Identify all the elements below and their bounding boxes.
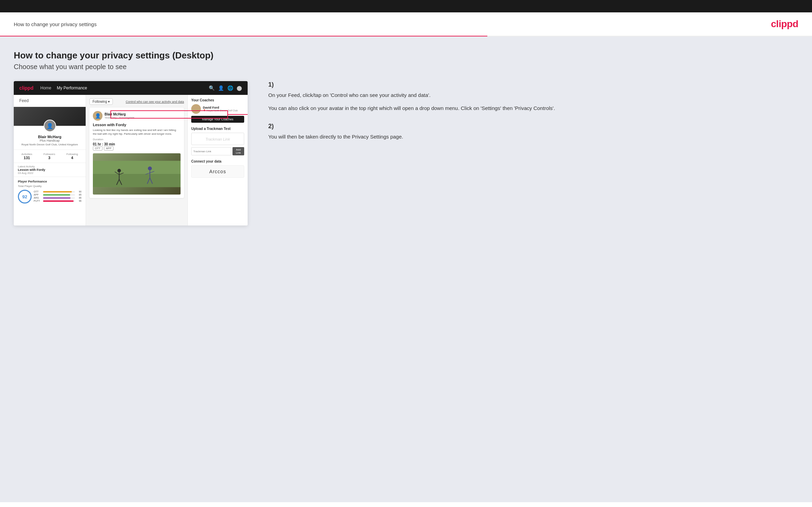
step2-number: 2) [268,123,798,130]
coaches-title: Your Coaches [191,98,244,102]
profile-info: Blair McHarg Plus Handicap Royal North D… [14,133,86,150]
activity-tags: OTT APP [93,146,181,151]
nav-my-performance[interactable]: My Performance [57,86,87,90]
profile-banner: 👤 [14,107,86,126]
trackman-link-box: Trackman Link [191,133,244,145]
following-button[interactable]: Following ▾ [89,98,113,105]
article-subtitle: Choose what you want people to see [14,63,798,71]
instruction-step1: 1) On your Feed, click/tap on 'Control w… [268,81,798,112]
activity-duration-value: 01 hr : 30 min [93,142,181,146]
bar-arg: ARG 86 [34,197,82,199]
latest-activity-label: Latest Activity [18,165,82,168]
activity-description: Looking to feel like my hands are exitin… [93,128,181,136]
app-feed: Following ▾ Control who can see your act… [86,95,187,225]
bar-app: APP 85 [34,194,82,196]
step2-text: You will then be taken directly to the P… [268,133,798,141]
avatar-icon[interactable]: ⬤ [237,85,242,91]
svg-rect-1 [93,174,181,187]
page-header: How to change your privacy settings clip… [0,12,812,36]
activity-user-location: Yesterday · Sunningdale [105,116,134,119]
quality-bars: OTT 90 APP 85 ARG [34,190,82,203]
two-column-layout: clippd Home My Performance 🔍 👤 🌐 ⬤ Feed [14,81,798,225]
svg-point-8 [148,167,152,170]
app-nav-links: Home My Performance [40,86,87,90]
profile-avatar: 👤 [44,120,56,132]
step1-text2: You can also click on your avatar in the… [268,104,798,112]
page-footer: Copyright Clippd 2022 [0,502,812,507]
bar-putt: PUTT 96 [34,200,82,202]
connect-data-title: Connect your data [191,159,244,163]
trackman-input[interactable] [191,147,231,155]
search-icon[interactable]: 🔍 [209,85,215,91]
top-bar [0,0,812,12]
activity-user-name: Blair McHarg [105,112,134,116]
player-performance: Player Performance Total Player Quality … [14,177,86,206]
profile-club: Royal North Devon Golf Club, United King… [17,143,82,146]
connect-data-section: Connect your data Arccos [191,159,244,178]
activity-title: Lesson with Fordy [93,123,181,127]
location-icon: 📍 [203,109,206,112]
app-nav-logo: clippd [19,85,33,91]
activity-duration-label: Duration [93,138,181,141]
control-link[interactable]: Control who can see your activity and da… [126,100,184,103]
trackman-placeholder: Trackman Link [205,137,230,141]
coaches-section: Your Coaches David Ford 📍 Royal North De… [191,98,244,123]
app-body: Feed 👤 Blair McHarg Plus Handicap Royal … [14,95,248,225]
trackman-input-row: Add Link [191,147,244,155]
step1-text: On your Feed, click/tap on 'Control who … [268,91,798,99]
manage-coaches-button[interactable]: Manage Your Coaches [191,116,244,123]
activity-user: 👤 Blair McHarg Yesterday · Sunningdale [93,111,181,121]
arccos-box: Arccos [191,165,244,178]
feed-tab[interactable]: Feed [14,95,86,107]
coach-club: 📍 Royal North Devon Golf Club [203,109,238,112]
latest-activity-name: Lesson with Fordy [18,168,82,172]
player-perf-title: Player Performance [18,180,82,183]
total-quality-label: Total Player Quality [18,185,82,188]
stat-following: Following 4 [66,153,78,160]
latest-activity: Latest Activity Lesson with Fordy 03 Aug… [14,163,86,177]
coach-item: David Ford 📍 Royal North Devon Golf Club [191,104,244,114]
stat-followers-label: Followers [43,153,55,156]
following-row: Following ▾ Control who can see your act… [89,98,184,105]
activity-image [93,153,181,195]
app-right-panel: Your Coaches David Ford 📍 Royal North De… [187,95,248,225]
stat-followers: Followers 3 [43,153,55,160]
article-header: How to change your privacy settings (Des… [14,50,798,71]
stat-following-label: Following [66,153,78,156]
app-sidebar: Feed 👤 Blair McHarg Plus Handicap Royal … [14,95,86,225]
trackman-section: Upload a Trackman Test Trackman Link Add… [191,127,244,155]
quality-row: 92 OTT 90 APP 85 [18,190,82,203]
stat-activities-value: 131 [21,156,32,160]
latest-activity-date: 03 Aug 2022 [18,172,82,175]
activity-user-avatar: 👤 [93,111,102,121]
stat-activities-label: Activities [21,153,32,156]
instruction-step2: 2) You will then be taken directly to th… [268,123,798,141]
activity-card: 👤 Blair McHarg Yesterday · Sunningdale L… [89,108,184,198]
person-icon[interactable]: 👤 [218,85,224,91]
bar-ott: OTT 90 [34,190,82,193]
quality-score: 92 [18,190,32,203]
stat-followers-value: 3 [43,156,55,160]
tag-app: APP [104,146,113,151]
globe-icon[interactable]: 🌐 [227,85,233,91]
profile-handicap: Plus Handicap [17,139,82,142]
profile-stats: Activities 131 Followers 3 Following 4 [14,150,86,163]
page-title: How to change your privacy settings [14,21,97,27]
app-nav: clippd Home My Performance 🔍 👤 🌐 ⬤ [14,81,248,95]
step1-number: 1) [268,81,798,88]
nav-home[interactable]: Home [40,86,51,90]
profile-name: Blair McHarg [17,135,82,139]
stat-activities: Activities 131 [21,153,32,160]
stat-following-value: 4 [66,156,78,160]
main-content: How to change your privacy settings (Des… [0,36,812,502]
article-title: How to change your privacy settings (Des… [14,50,798,61]
svg-point-2 [117,169,121,173]
arccos-label: Arccos [209,169,226,174]
app-nav-icons: 🔍 👤 🌐 ⬤ [209,85,242,91]
coach-avatar [191,104,201,114]
tag-ott: OTT [93,146,102,151]
app-screenshot: clippd Home My Performance 🔍 👤 🌐 ⬤ Feed [14,81,248,225]
clippd-logo: clippd [771,19,798,30]
add-link-button[interactable]: Add Link [232,147,244,155]
coach-name: David Ford [203,106,238,109]
